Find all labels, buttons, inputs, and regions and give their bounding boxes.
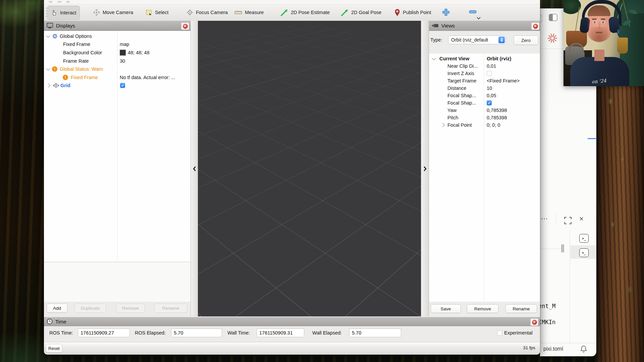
wall-elapsed-input[interactable] [349, 328, 401, 337]
tool-publish-point[interactable]: Publish Point [391, 6, 435, 19]
spark-asterisk-icon[interactable] [547, 33, 557, 43]
rename-button[interactable]: Rename [505, 304, 537, 313]
displays-row-background-color[interactable]: Background Color 48; 48; 48 [44, 48, 191, 57]
views-camera-icon [431, 23, 439, 28]
row-value[interactable]: 30 [120, 58, 125, 64]
chevron-down-icon[interactable] [46, 33, 50, 38]
tool-label: Interact [60, 10, 76, 15]
focal-shape-checkbox[interactable]: ✓ [487, 101, 492, 106]
row-label: Distance [447, 85, 466, 91]
toolbar-drag-handle[interactable] [46, 8, 47, 17]
more-menu-icon[interactable]: ⋯ [541, 215, 548, 223]
tool-focus-camera[interactable]: Focus Camera [183, 6, 231, 19]
remove-button[interactable]: Remove [467, 304, 498, 313]
wall-time-input[interactable] [257, 328, 304, 337]
views-row-invert-z[interactable]: Invert Z Axis [429, 70, 540, 77]
views-row-near-clip[interactable]: Near Clip Di... 0,01 [429, 62, 540, 70]
color-swatch[interactable] [120, 50, 126, 55]
tool-2d-pose-estimate[interactable]: 2D Pose Estimate [277, 6, 333, 19]
views-row-focal-shape-fixed[interactable]: Focal Shap... ✓ [429, 99, 540, 107]
add-button[interactable]: Add [47, 304, 67, 313]
time-panel: Time ✕ ROS Time: ROS Elapsed: Wall Time:… [44, 316, 540, 342]
tool-move-camera[interactable]: Move Camera [90, 6, 137, 19]
sidebar-toggle-icon[interactable] [549, 14, 557, 21]
chevron-right-icon[interactable] [423, 166, 427, 172]
chevron-right-icon[interactable] [46, 83, 50, 87]
filename-label[interactable]: pixi.toml [543, 346, 563, 352]
terminal-icon[interactable]: >_ [579, 248, 589, 257]
time-panel-header[interactable]: Time [44, 317, 540, 326]
map-pin-icon [394, 9, 400, 16]
remove-button[interactable]: Remove [116, 304, 145, 313]
chevron-down-icon[interactable] [432, 56, 436, 60]
views-row-yaw[interactable]: Yaw 0,785398 [429, 107, 540, 114]
displays-row-fixed-frame[interactable]: Fixed Frame map [44, 40, 191, 48]
row-value[interactable]: 0; 0; 0 [487, 122, 500, 128]
displays-close-button[interactable]: ✕ [181, 22, 189, 30]
ros-time-label: ROS Time: [49, 330, 73, 336]
views-row-focal-point[interactable]: Focal Point 0; 0; 0 [429, 121, 540, 129]
row-value[interactable]: 0,785398 [487, 115, 507, 120]
views-row-pitch[interactable]: Pitch 0,785398 [429, 114, 540, 121]
views-tree[interactable]: Current View Orbit (rviz) Near Clip Di..… [429, 54, 540, 302]
type-label: Type: [430, 37, 442, 43]
views-panel-header[interactable]: Views [429, 21, 540, 31]
views-row-distance[interactable]: Distance 10 [429, 84, 540, 92]
row-label: Global Options [60, 34, 92, 39]
rename-button[interactable]: Rename [154, 304, 187, 313]
zero-button[interactable]: Zero [514, 36, 538, 45]
views-row-current-view[interactable]: Current View Orbit (rviz) [429, 55, 540, 62]
bell-icon[interactable] [580, 345, 587, 353]
displays-tree[interactable]: Global Options Fixed Frame map Backgroun… [44, 31, 191, 262]
ros-elapsed-input[interactable] [171, 328, 222, 337]
displays-row-global-status[interactable]: ! Global Status: Warn [44, 65, 191, 73]
3d-viewport[interactable] [198, 21, 421, 316]
views-row-target-frame[interactable]: Target Frame <Fixed Frame> [429, 77, 540, 84]
slider-track[interactable] [541, 249, 561, 249]
displays-row-frame-rate[interactable]: Frame Rate 30 [44, 57, 191, 65]
displays-row-fixed-frame-status[interactable]: ! Fixed Frame No tf data. Actual error: … [44, 73, 191, 81]
tool-2d-goal-pose[interactable]: 2D Goal Pose [337, 6, 385, 19]
row-label: Pitch [447, 115, 458, 120]
row-value[interactable]: <Fixed Frame> [487, 78, 520, 83]
views-close-button[interactable]: ✕ [531, 22, 539, 30]
chevron-right-icon[interactable] [440, 123, 445, 127]
chevron-down-icon[interactable] [46, 66, 50, 70]
fullscreen-icon[interactable] [564, 217, 572, 225]
invert-z-checkbox[interactable] [487, 71, 492, 76]
right-collapse-strip[interactable] [421, 21, 429, 316]
row-label: Yaw [447, 108, 457, 113]
row-value[interactable]: map [120, 42, 129, 47]
row-value[interactable]: 10 [487, 85, 492, 91]
chevron-down-icon[interactable] [476, 16, 481, 20]
grid-checkbox[interactable]: ✓ [120, 83, 125, 88]
terminal-icon[interactable]: >_ [579, 234, 589, 243]
ros-time-input[interactable] [78, 328, 130, 337]
chevron-left-icon[interactable] [193, 166, 196, 172]
tool-select[interactable]: Select [142, 6, 172, 19]
time-close-button[interactable]: ✕ [530, 318, 538, 326]
add-tool-plus-icon[interactable] [442, 8, 450, 16]
tool-measure[interactable]: Measure [231, 6, 267, 19]
reset-button[interactable]: Reset [46, 344, 62, 353]
displays-row-grid[interactable]: Grid ✓ [44, 81, 191, 89]
row-value[interactable]: 0,785398 [487, 108, 507, 113]
truncated-text: IMKIn [538, 319, 555, 325]
experimental-checkbox[interactable] [497, 330, 502, 336]
tool-interact[interactable]: Interact [47, 6, 80, 20]
remove-tool-minus-icon[interactable] [469, 10, 477, 14]
row-value[interactable]: 0,01 [487, 63, 496, 69]
row-value[interactable]: 0,05 [487, 93, 496, 98]
duplicate-button[interactable]: Duplicate [74, 304, 106, 313]
displays-panel-header[interactable]: Displays [44, 21, 191, 31]
toolbar: Interact Move Camera Select Focus Camera… [44, 4, 540, 21]
views-row-focal-shape-size[interactable]: Focal Shap... 0,05 [429, 92, 540, 99]
view-type-dropdown[interactable]: Orbit (rviz_default [448, 36, 506, 44]
close-icon[interactable]: × [579, 215, 584, 223]
save-button[interactable]: Save [431, 304, 461, 313]
row-value[interactable]: 48; 48; 48 [128, 50, 150, 55]
displays-row-global-options[interactable]: Global Options [44, 32, 191, 40]
row-label: Focal Point [447, 122, 472, 128]
slider-handle[interactable] [561, 244, 564, 252]
left-collapse-strip[interactable] [191, 21, 199, 316]
